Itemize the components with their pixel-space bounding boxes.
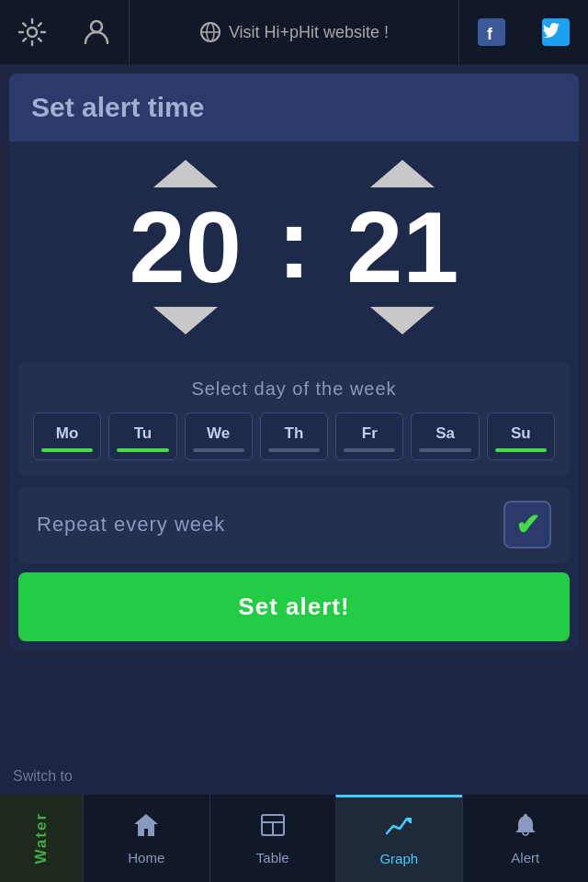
day-button-sa[interactable]: Sa xyxy=(411,413,479,460)
graph-nav-label: Graph xyxy=(379,851,418,866)
day-label: Tu xyxy=(113,424,172,443)
home-nav-label: Home xyxy=(128,850,164,865)
water-label: Water xyxy=(32,812,51,865)
day-indicator xyxy=(419,448,470,452)
twitter-icon xyxy=(542,18,570,46)
facebook-icon: f xyxy=(478,18,505,46)
day-buttons-row: Mo Tu We Th Fr Sa Su xyxy=(33,413,555,460)
day-selector-title: Select day of the week xyxy=(33,379,555,400)
day-label: Th xyxy=(265,424,323,443)
repeat-section: Repeat every week ✔ xyxy=(18,486,570,563)
minutes-value: 21 xyxy=(320,197,485,298)
set-alert-button-label: Set alert! xyxy=(238,593,349,620)
alert-header: Set alert time xyxy=(9,74,579,141)
hours-down-arrow[interactable] xyxy=(153,307,218,334)
alert-nav-icon xyxy=(513,812,538,844)
day-indicator xyxy=(41,448,93,452)
minutes-up-arrow[interactable] xyxy=(370,160,435,187)
svg-point-1 xyxy=(91,21,102,32)
main-content: Set alert time 20 : 21 Select day of the… xyxy=(9,74,579,650)
day-label: Mo xyxy=(38,424,96,443)
day-button-mo[interactable]: Mo xyxy=(33,413,101,460)
hours-up-arrow[interactable] xyxy=(153,160,218,187)
day-selector: Select day of the week Mo Tu We Th Fr Sa… xyxy=(18,362,570,477)
bottom-nav-item-table[interactable]: Table xyxy=(209,795,336,882)
alert-nav-label: Alert xyxy=(511,850,539,865)
day-indicator xyxy=(495,448,547,452)
website-label: Visit Hi+pHit website ! xyxy=(229,23,389,42)
home-nav-icon xyxy=(132,812,160,844)
minutes-column: 21 xyxy=(320,160,485,334)
facebook-button[interactable]: f xyxy=(459,0,524,64)
day-indicator xyxy=(193,448,244,452)
table-nav-icon xyxy=(259,812,287,844)
time-colon: : xyxy=(268,192,321,293)
set-alert-button[interactable]: Set alert! xyxy=(18,572,570,641)
user-button[interactable] xyxy=(64,0,129,64)
bottom-navigation: Water Home Table Graph Alert xyxy=(0,795,588,882)
day-button-fr[interactable]: Fr xyxy=(335,413,403,460)
svg-point-0 xyxy=(28,28,37,37)
twitter-button[interactable] xyxy=(524,0,588,64)
day-label: Sa xyxy=(415,424,474,443)
alert-title: Set alert time xyxy=(31,92,204,122)
day-button-tu[interactable]: Tu xyxy=(108,413,176,460)
globe-icon xyxy=(199,21,221,43)
switch-to-label: Switch to xyxy=(13,768,73,785)
hours-value: 20 xyxy=(103,197,268,298)
bottom-nav-item-home[interactable]: Home xyxy=(83,795,209,882)
graph-nav-icon xyxy=(385,813,413,845)
day-label: Su xyxy=(492,424,550,443)
day-indicator xyxy=(268,448,320,452)
repeat-label: Repeat every week xyxy=(37,513,225,537)
day-button-su[interactable]: Su xyxy=(487,413,555,460)
settings-button[interactable] xyxy=(0,0,64,64)
bottom-nav-side: Water xyxy=(0,795,83,882)
switch-to-bar: Switch to xyxy=(0,763,588,790)
bottom-nav-item-alert[interactable]: Alert xyxy=(462,795,589,882)
bottom-nav-items: Home Table Graph Alert xyxy=(83,795,588,882)
top-navigation: Visit Hi+pHit website ! f xyxy=(0,0,588,64)
repeat-checkbox[interactable]: ✔ xyxy=(503,501,551,548)
hours-column: 20 xyxy=(103,160,268,334)
day-indicator xyxy=(117,448,168,452)
day-button-we[interactable]: We xyxy=(185,413,253,460)
day-button-th[interactable]: Th xyxy=(260,413,328,460)
day-indicator xyxy=(344,448,395,452)
time-picker: 20 : 21 xyxy=(9,141,579,362)
day-label: We xyxy=(189,424,248,443)
gear-icon xyxy=(17,17,47,47)
minutes-down-arrow[interactable] xyxy=(370,307,435,334)
website-button[interactable]: Visit Hi+pHit website ! xyxy=(129,0,459,64)
table-nav-label: Table xyxy=(256,850,289,865)
day-label: Fr xyxy=(340,424,399,443)
checkmark-icon: ✔ xyxy=(515,507,540,542)
bottom-nav-item-graph[interactable]: Graph xyxy=(335,795,462,882)
user-icon xyxy=(82,17,111,47)
svg-text:f: f xyxy=(487,25,493,43)
